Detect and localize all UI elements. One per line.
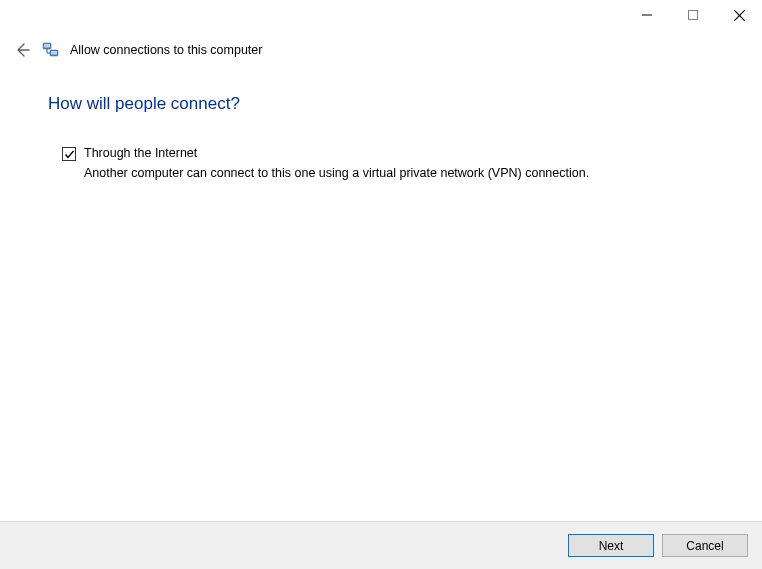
titlebar	[0, 0, 762, 32]
close-icon	[734, 10, 745, 21]
maximize-button[interactable]	[670, 0, 716, 30]
next-button[interactable]: Next	[568, 534, 654, 557]
minimize-icon	[642, 10, 652, 20]
page-title: Allow connections to this computer	[70, 43, 262, 57]
wizard-content: How will people connect? Through the Int…	[0, 66, 762, 182]
cancel-button[interactable]: Cancel	[662, 534, 748, 557]
network-icon	[42, 41, 60, 59]
back-button[interactable]	[12, 40, 32, 60]
internet-description: Another computer can connect to this one…	[84, 164, 624, 182]
internet-label: Through the Internet	[84, 146, 714, 160]
wizard-header: Allow connections to this computer	[0, 32, 762, 66]
option-text-wrap: Through the Internet Another computer ca…	[84, 146, 714, 182]
svg-rect-1	[689, 11, 698, 20]
checkmark-icon	[64, 149, 75, 160]
close-button[interactable]	[716, 0, 762, 30]
minimize-button[interactable]	[624, 0, 670, 30]
internet-checkbox[interactable]	[62, 147, 76, 161]
svg-rect-5	[44, 44, 50, 48]
internet-option: Through the Internet Another computer ca…	[48, 146, 714, 182]
maximize-icon	[688, 10, 698, 20]
svg-rect-7	[51, 51, 57, 55]
wizard-footer: Next Cancel	[0, 521, 762, 569]
back-arrow-icon	[14, 42, 30, 58]
question-heading: How will people connect?	[48, 94, 714, 114]
